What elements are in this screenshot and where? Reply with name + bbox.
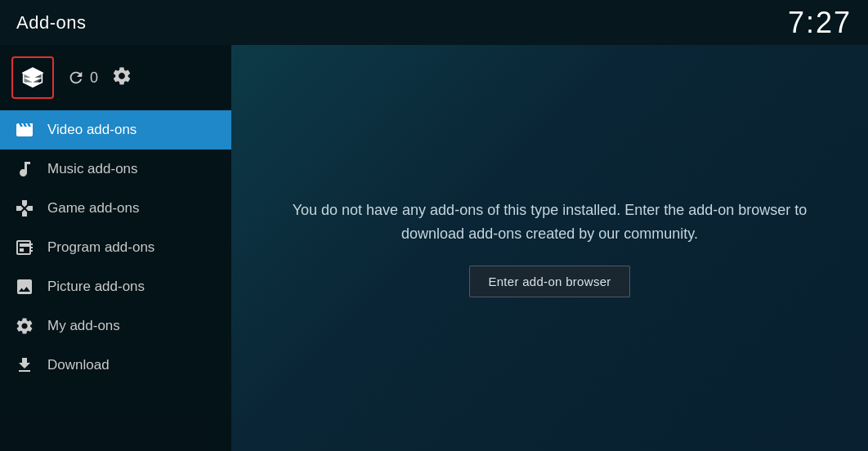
video-icon bbox=[15, 120, 34, 140]
music-addons-label: Music add-ons bbox=[47, 161, 138, 177]
picture-icon bbox=[15, 277, 34, 297]
sidebar: 0 Video add-ons Music add-ons bbox=[0, 45, 231, 451]
enter-addon-browser-button[interactable]: Enter add-on browser bbox=[469, 266, 629, 297]
refresh-count: 0 bbox=[90, 69, 98, 87]
sidebar-item-program[interactable]: Program add-ons bbox=[0, 228, 231, 267]
sidebar-item-video[interactable]: Video add-ons bbox=[0, 110, 231, 150]
page-title: Add-ons bbox=[16, 12, 86, 33]
download-label: Download bbox=[47, 357, 110, 373]
box-icon-inner bbox=[21, 66, 44, 89]
settings-button[interactable] bbox=[111, 65, 132, 90]
program-addons-label: Program add-ons bbox=[47, 239, 154, 256]
gear-icon bbox=[111, 65, 132, 87]
content-inner: You do not have any add-ons of this type… bbox=[264, 182, 836, 314]
refresh-button[interactable]: 0 bbox=[67, 69, 98, 87]
content-area: You do not have any add-ons of this type… bbox=[231, 45, 868, 451]
video-addons-label: Video add-ons bbox=[47, 122, 136, 138]
clock: 7:27 bbox=[788, 6, 852, 40]
header: Add-ons 7:27 bbox=[0, 0, 868, 45]
refresh-icon bbox=[67, 69, 85, 87]
picture-addons-label: Picture add-ons bbox=[47, 279, 145, 295]
download-icon bbox=[15, 355, 34, 375]
my-addons-icon bbox=[15, 316, 34, 336]
sidebar-item-music[interactable]: Music add-ons bbox=[0, 150, 231, 189]
sidebar-top-icons: 0 bbox=[0, 45, 231, 110]
game-addons-label: Game add-ons bbox=[47, 200, 139, 217]
sidebar-item-my-addons[interactable]: My add-ons bbox=[0, 306, 231, 346]
main-layout: 0 Video add-ons Music add-ons bbox=[0, 45, 868, 451]
sidebar-item-picture[interactable]: Picture add-ons bbox=[0, 267, 231, 306]
sidebar-item-download[interactable]: Download bbox=[0, 346, 231, 385]
my-addons-label: My add-ons bbox=[47, 318, 120, 334]
sidebar-item-game[interactable]: Game add-ons bbox=[0, 189, 231, 228]
no-addons-message: You do not have any add-ons of this type… bbox=[280, 199, 820, 246]
game-icon bbox=[15, 199, 34, 218]
program-icon bbox=[15, 238, 34, 257]
music-icon bbox=[15, 159, 34, 179]
addon-box-button[interactable] bbox=[11, 56, 54, 99]
